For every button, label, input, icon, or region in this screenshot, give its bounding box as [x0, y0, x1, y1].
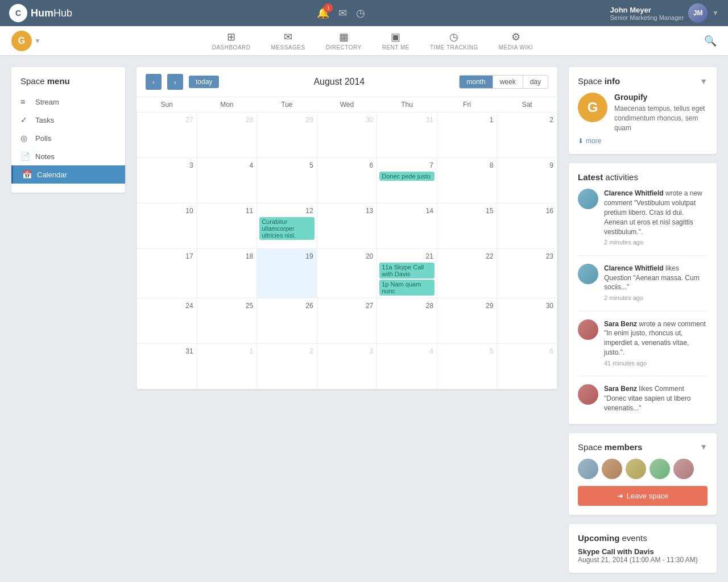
- calendar-cell[interactable]: 15: [437, 203, 497, 249]
- latest-activities-panel: Latest activities Clarence Whitfield wro…: [569, 163, 717, 423]
- clock-icon[interactable]: ◷: [356, 7, 365, 19]
- calendar-cell[interactable]: 30: [317, 113, 377, 158]
- calendar-cell[interactable]: 24: [137, 298, 197, 344]
- calendar-cell[interactable]: 3: [317, 344, 377, 389]
- calendar-cell[interactable]: 1: [197, 344, 257, 389]
- search-icon[interactable]: 🔍: [704, 35, 717, 47]
- user-avatar[interactable]: JM: [688, 3, 708, 23]
- sidebar-item-messages[interactable]: ✉ MESSAGES: [261, 31, 316, 51]
- calendar-today-button[interactable]: today: [189, 76, 219, 88]
- calendar-cell[interactable]: 13: [317, 203, 377, 249]
- sidebar-item-polls[interactable]: ◎ Polls: [11, 129, 125, 147]
- calendar-cell[interactable]: 29: [257, 113, 317, 158]
- calendar-cell[interactable]: 26: [257, 298, 317, 344]
- day-number: 30: [320, 115, 375, 125]
- calendar-cell[interactable]: 8: [437, 158, 497, 203]
- calendar-cell[interactable]: 1: [437, 113, 497, 158]
- activity-user: Clarence Whitfield: [604, 264, 664, 272]
- calendar-cell[interactable]: 16: [497, 203, 557, 249]
- logo[interactable]: C HumHub: [9, 4, 72, 22]
- calendar-cell[interactable]: 31: [137, 344, 197, 389]
- calendar-cell[interactable]: 18: [197, 249, 257, 298]
- calendar-cell[interactable]: 11: [197, 203, 257, 249]
- space-info-title-bold: info: [605, 76, 621, 86]
- calendar-cell[interactable]: 14: [377, 203, 437, 249]
- member-avatar[interactable]: [578, 459, 598, 479]
- member-img: [626, 459, 646, 479]
- calendar-day-button[interactable]: day: [523, 76, 548, 88]
- calendar-cell[interactable]: 20: [317, 249, 377, 298]
- calendar-cell[interactable]: 2: [257, 344, 317, 389]
- sidebar-item-tasks[interactable]: ✓ Tasks: [11, 111, 125, 129]
- member-avatar[interactable]: [650, 459, 670, 479]
- calendar-cell[interactable]: 17: [137, 249, 197, 298]
- sidebar-item-timetracking[interactable]: ◷ TIME TRACKING: [420, 31, 489, 51]
- member-avatar[interactable]: [602, 459, 622, 479]
- calendar-cell[interactable]: 5: [437, 344, 497, 389]
- space-more-link[interactable]: ⬇ more: [578, 137, 708, 145]
- sidebar-item-dashboard[interactable]: ⊞ DASHBOARD: [202, 31, 261, 51]
- member-avatar[interactable]: [626, 459, 646, 479]
- calendar-prev-button[interactable]: ‹: [146, 74, 162, 90]
- sidebar-item-calendar[interactable]: 📅 Calendar: [11, 165, 125, 184]
- calendar-event[interactable]: 1p Nam quam nunc: [379, 280, 435, 296]
- calendar-view-buttons: month week day: [459, 75, 548, 89]
- space-logo: G: [578, 93, 607, 122]
- day-number: 21: [379, 251, 435, 261]
- sidebar-item-mediawiki[interactable]: ⚙ MEDIA WIKI: [489, 31, 544, 51]
- calendar-cell[interactable]: 28: [197, 113, 257, 158]
- calendar-cell[interactable]: 27: [317, 298, 377, 344]
- calendar-cell[interactable]: 23: [497, 249, 557, 298]
- calendar-event[interactable]: 11a Skype Call with Davis: [379, 263, 435, 278]
- notifications-icon[interactable]: 🔔 1: [317, 7, 329, 19]
- space-name: Groupify: [614, 93, 708, 102]
- calendar-cell[interactable]: 6: [497, 344, 557, 389]
- calendar-cell[interactable]: 28: [377, 298, 437, 344]
- calendar-box: ‹ › today August 2014 month week day Sun…: [136, 67, 557, 389]
- sidebar-item-rentme[interactable]: ▣ RENT ME: [372, 31, 420, 51]
- calendar-week-button[interactable]: week: [493, 76, 523, 88]
- space-info-chevron[interactable]: ▼: [700, 77, 708, 86]
- day-number: 2: [499, 115, 555, 125]
- calendar-cell[interactable]: 2111a Skype Call with Davis1p Nam quam n…: [377, 249, 437, 298]
- day-number: 1: [200, 346, 255, 356]
- user-info: John Meyer Senior Marketing Manager JM ▼: [610, 3, 719, 23]
- members-title-plain: Space: [578, 442, 605, 452]
- member-avatar[interactable]: [673, 459, 694, 479]
- calendar-cell[interactable]: 19: [257, 249, 317, 298]
- space-button[interactable]: G: [11, 31, 32, 51]
- calendar-cell[interactable]: 29: [437, 298, 497, 344]
- user-dropdown-arrow[interactable]: ▼: [712, 9, 719, 17]
- calendar-cell[interactable]: 4: [197, 158, 257, 203]
- sidebar-item-directory[interactable]: ▦ DIRECTORY: [316, 31, 372, 51]
- calendar-event[interactable]: Donec pede justo: [379, 172, 435, 181]
- calendar-cell[interactable]: 22: [437, 249, 497, 298]
- calendar-event[interactable]: Curabitur ullamcorper ultricies nisl.: [259, 217, 315, 240]
- sidebar-item-notes[interactable]: 📄 Notes: [11, 147, 125, 165]
- calendar-cell[interactable]: 12Curabitur ullamcorper ultricies nisl.: [257, 203, 317, 249]
- calendar-grid: Sun Mon Tue Wed Thu Fri Sat 272829303112…: [136, 97, 557, 389]
- calendar-cell[interactable]: 2: [497, 113, 557, 158]
- sidebar-title-bold: menu: [47, 76, 70, 86]
- members-chevron[interactable]: ▼: [700, 442, 708, 451]
- calendar-cell[interactable]: 30: [497, 298, 557, 344]
- avatar-placeholder: JM: [688, 3, 708, 23]
- calendar-cell[interactable]: 3: [137, 158, 197, 203]
- calendar-cell[interactable]: 9: [497, 158, 557, 203]
- calendar-month-button[interactable]: month: [460, 76, 493, 88]
- calendar-cell[interactable]: 6: [317, 158, 377, 203]
- leave-space-button[interactable]: ➜ Leave space: [578, 486, 708, 506]
- calendar-cell[interactable]: 31: [377, 113, 437, 158]
- calendar-next-button[interactable]: ›: [167, 74, 183, 90]
- messages-icon[interactable]: ✉: [338, 7, 347, 19]
- calendar-cell[interactable]: 4: [377, 344, 437, 389]
- calendar-cell[interactable]: 7Donec pede justo: [377, 158, 437, 203]
- calendar-cell[interactable]: 5: [257, 158, 317, 203]
- activity-item: Sara Benz wrote a new comment "In enim j…: [578, 319, 708, 377]
- calendar-cell[interactable]: 25: [197, 298, 257, 344]
- sidebar-item-stream[interactable]: ≡ Stream: [11, 93, 125, 111]
- calendar-cell[interactable]: 27: [137, 113, 197, 158]
- space-dropdown-arrow[interactable]: ▼: [34, 37, 41, 45]
- calendar-cell[interactable]: 10: [137, 203, 197, 249]
- day-number: 4: [379, 346, 435, 356]
